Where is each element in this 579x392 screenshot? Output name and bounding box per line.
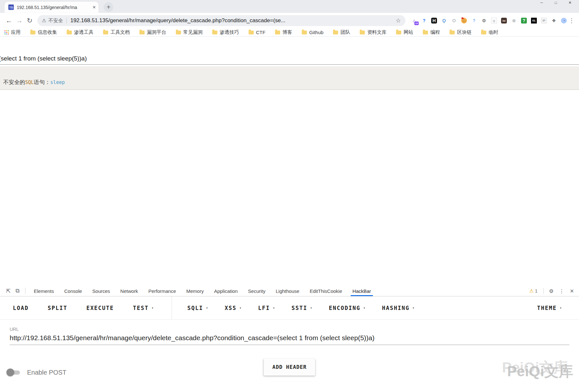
gray-knot-ext-icon[interactable]: ⊛ <box>510 17 517 24</box>
bookmark-folder[interactable]: 资料文库 <box>360 29 386 35</box>
ip-ext-icon[interactable]: IP <box>540 17 547 24</box>
url-input[interactable]: http://192.168.51.135/general/hr/manage/… <box>10 334 569 345</box>
devtools-tab-label: Network <box>120 288 138 294</box>
bookmark-folder[interactable]: 临时 <box>481 29 498 35</box>
devtools-divider <box>543 288 544 294</box>
blue-pin-ext-icon[interactable]: Ϙ <box>441 17 448 24</box>
bookmark-folder[interactable]: 博客 <box>275 29 292 35</box>
sql-warning-box: 不安全的SQL语句：sleep <box>0 66 579 90</box>
bookmark-folder[interactable]: 编程 <box>423 29 440 35</box>
binary-01-ext-icon[interactable]: 01 <box>530 17 537 24</box>
devtools-tab[interactable]: Security <box>243 286 271 296</box>
bookmark-folder[interactable]: 渗透技巧 <box>212 29 239 35</box>
bookmark-folder[interactable]: Github <box>302 30 323 35</box>
devtools-tab-label: Performance <box>148 288 176 294</box>
devtools-tab[interactable]: Elements <box>29 286 59 296</box>
blue-question-ext-icon[interactable]: ? <box>421 17 428 24</box>
bookmark-folder[interactable]: 工具文档 <box>103 29 130 35</box>
dark-gear-ext-icon[interactable]: ⚙ <box>480 17 488 24</box>
apps-grid-icon <box>5 30 9 34</box>
light-question-ext-icon[interactable]: ? <box>470 17 478 24</box>
hackbar-button[interactable]: LOAD <box>13 305 32 311</box>
add-header-button[interactable]: ADD HEADER <box>264 359 315 376</box>
address-bar[interactable]: ⚠ 不安全 192.168.51.135/general/hr/manage/q… <box>37 15 405 26</box>
bookmark-folder[interactable]: 渗透工具 <box>67 29 93 35</box>
gray-ring-ext-icon[interactable]: O <box>451 17 458 24</box>
letter-h-ext-icon[interactable]: H <box>431 17 438 24</box>
globe-avatar-ext-icon[interactable]: ◔ <box>560 17 567 24</box>
address-url-text[interactable]: 192.168.51.135/general/hr/manage/query/d… <box>70 17 392 24</box>
chevron-down-icon: ▾ <box>206 306 209 310</box>
bookmark-apps[interactable]: 应用 <box>5 29 21 35</box>
new-tab-button[interactable]: + <box>104 2 113 12</box>
tab-strip: ─ □ ✕ TD 192.168.51.135/general/hr/ma ✕ … <box>0 0 579 13</box>
forward-icon[interactable]: → <box>14 17 24 24</box>
reload-icon[interactable]: ↻ <box>24 17 35 24</box>
hackbar-button[interactable]: ENCODING▾ <box>329 305 366 311</box>
tongda-favicon-icon: TD <box>8 5 14 10</box>
hackbar-button[interactable]: SQLI▾ <box>187 305 209 311</box>
tab-close-icon[interactable]: ✕ <box>92 5 96 10</box>
device-toolbar-icon[interactable]: ⧉ <box>13 288 22 294</box>
devtools-tab-label: Elements <box>34 288 54 294</box>
browser-tab[interactable]: TD 192.168.51.135/general/hr/ma ✕ <box>5 2 99 13</box>
puzzle-ext-icon[interactable]: ❖ <box>550 17 557 24</box>
devtools-tab[interactable]: Lighthouse <box>271 286 304 296</box>
hackbar-button[interactable]: TEST▾ <box>133 305 154 311</box>
devtools-tab[interactable]: Performance <box>143 286 181 296</box>
warning-triangle-icon: ⚠ <box>529 288 534 294</box>
purple-home-ext-icon[interactable]: ⌂10 <box>411 17 418 24</box>
hackbar-button[interactable]: EXECUTE <box>86 305 117 311</box>
close-window-button[interactable]: ✕ <box>563 0 577 5</box>
inspect-element-icon[interactable]: ⇱ <box>4 288 13 294</box>
sql-warning-prefix: 不安全的 <box>3 79 25 85</box>
browser-toolbar: ← → ↻ ⚠ 不安全 192.168.51.135/general/hr/ma… <box>0 13 579 28</box>
santa-face-ext-icon[interactable]: ☺ <box>460 17 468 24</box>
hackbar-button-label: SQLI <box>187 305 203 311</box>
bookmark-label: 工具文档 <box>110 29 130 35</box>
tab-title: 192.168.51.135/general/hr/ma <box>17 5 90 10</box>
bookmark-star-icon[interactable]: ☆ <box>396 17 401 24</box>
devtools-tab[interactable]: Sources <box>87 286 115 296</box>
bookmark-folder[interactable]: 网站 <box>396 29 413 35</box>
bookmark-folder[interactable]: 区块链 <box>450 29 471 35</box>
bookmark-folder[interactable]: 常见漏洞 <box>176 29 203 35</box>
devtools-menu-icon[interactable]: ⋮ <box>557 288 566 294</box>
hackbar-button-label: LOAD <box>13 305 29 311</box>
bookmark-folder[interactable]: 漏洞平台 <box>139 29 166 35</box>
devtools-tab[interactable]: Network <box>115 286 143 296</box>
green-question-ext-icon[interactable]: ? <box>520 17 527 24</box>
devtools-tab[interactable]: EditThisCookie <box>305 286 347 296</box>
hackbar-button[interactable]: XSS▾ <box>225 305 242 311</box>
hackbar-url-section: URL http://192.168.51.135/general/hr/man… <box>10 320 569 345</box>
devtools-settings-icon[interactable]: ⚙ <box>547 288 556 294</box>
hackbar-toolbar: LOAD SPLIT EXECUTE TEST▾ SQLI▾ XSS▾ LFI▾ <box>0 296 579 320</box>
hackbar-button[interactable]: SPLIT <box>48 305 70 311</box>
devtools-tab[interactable]: Application <box>209 286 243 296</box>
bookmark-folder[interactable]: 团队 <box>333 29 350 35</box>
maximize-button[interactable]: □ <box>549 0 563 5</box>
devtools-close-icon[interactable]: ✕ <box>567 288 576 294</box>
devtools-tab-label: Lighthouse <box>276 288 299 294</box>
devtools-tab[interactable]: Memory <box>181 286 209 296</box>
hackbar-button[interactable]: HASHING▾ <box>382 305 415 311</box>
theme-button[interactable]: THEME▾ <box>537 305 562 311</box>
devtools-tab[interactable]: HackBar <box>347 286 376 296</box>
bookmark-folder[interactable]: 信息收集 <box>30 29 57 35</box>
back-icon[interactable]: ← <box>4 17 14 24</box>
devtools-controls: ⚠1 ⚙ ⋮ ✕ <box>529 288 576 294</box>
devtools-tab[interactable]: Console <box>59 286 87 296</box>
enable-post-toggle[interactable] <box>6 369 21 376</box>
devtools-tab-label: EditThisCookie <box>310 288 342 294</box>
hackbar-button[interactable]: LFI▾ <box>258 305 276 311</box>
bookmark-folder[interactable]: CTF <box>249 30 265 35</box>
console-warning-badge[interactable]: ⚠1 <box>529 288 537 294</box>
hackbar-button[interactable]: SSTI▾ <box>291 305 313 311</box>
goggles-ext-icon[interactable]: ∞ <box>500 17 508 24</box>
window-controls: ─ □ ✕ <box>535 0 577 5</box>
browser-menu-icon[interactable]: ⋮ <box>567 17 576 24</box>
chevron-down-icon: ▾ <box>310 306 313 310</box>
chevron-down-icon: ▾ <box>152 306 154 310</box>
letter-u-ext-icon[interactable]: u <box>490 17 498 24</box>
minimize-button[interactable]: ─ <box>535 0 549 5</box>
